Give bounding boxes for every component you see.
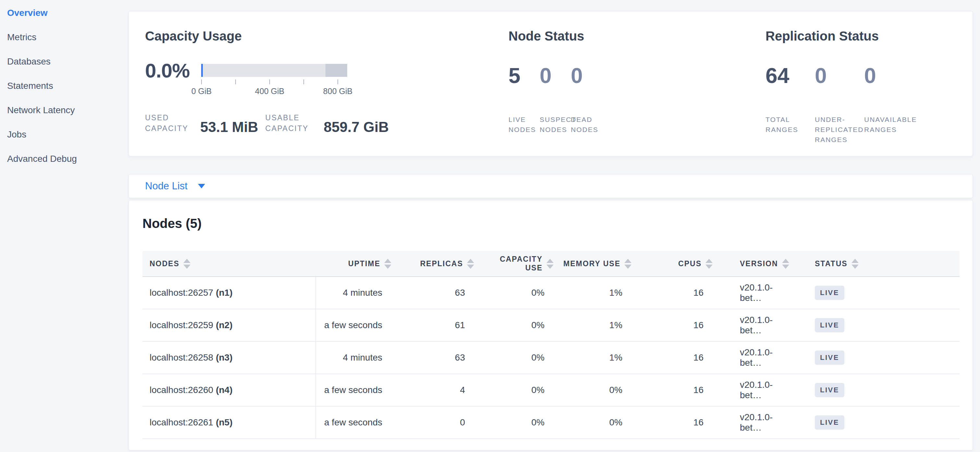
sidebar-item-statements[interactable]: Statements bbox=[0, 74, 129, 98]
cell-status: LIVE bbox=[793, 374, 845, 406]
sort-icon[interactable] bbox=[782, 259, 789, 269]
dead-nodes-label: DEAD NODES bbox=[571, 114, 602, 135]
table-row: localhost:26258(n3)4 minutes630%1%16v20.… bbox=[142, 342, 959, 374]
sort-icon[interactable] bbox=[705, 259, 713, 269]
column-header-capacity-use[interactable]: CAPACITY USE bbox=[480, 251, 560, 276]
gauge-tick-label: 800 GiB bbox=[323, 87, 352, 96]
unavailable-ranges-count: 0 bbox=[864, 63, 913, 89]
node-host-link[interactable]: localhost:26261(n5) bbox=[142, 407, 316, 438]
cluster-summary-card: Capacity Usage 0.0% 0 GiB 400 GiB 800 Gi… bbox=[129, 11, 973, 156]
sidebar-item-advanced-debug[interactable]: Advanced Debug bbox=[0, 147, 129, 171]
under-replicated-ranges-stat: 0 UNDER-REPLICATED RANGES bbox=[815, 63, 864, 144]
usable-capacity-label: USABLE CAPACITY bbox=[266, 113, 317, 134]
column-header-version[interactable]: VERSION bbox=[718, 251, 793, 276]
dead-nodes-stat: 0 DEAD NODES bbox=[571, 63, 602, 135]
sidebar: Overview Metrics Databases Statements Ne… bbox=[0, 0, 129, 452]
view-selector-card: Node List bbox=[129, 174, 973, 198]
suspect-nodes-count: 0 bbox=[540, 63, 571, 89]
cell-status: LIVE bbox=[793, 309, 845, 341]
node-host-link[interactable]: localhost:26257(n1) bbox=[142, 277, 316, 309]
cell-memory-use: 0% bbox=[560, 407, 637, 438]
column-header-replicas[interactable]: REPLICAS bbox=[397, 251, 480, 276]
node-status-title: Node Status bbox=[509, 28, 758, 44]
nodes-heading: Nodes (5) bbox=[142, 216, 959, 231]
node-address: localhost:26258 bbox=[150, 352, 213, 363]
sidebar-item-jobs[interactable]: Jobs bbox=[0, 122, 129, 147]
cell-memory-use: 1% bbox=[560, 309, 637, 341]
cell-uptime: a few seconds bbox=[316, 407, 397, 438]
capacity-gauge-highlight bbox=[326, 64, 348, 77]
sidebar-item-label: Jobs bbox=[7, 129, 26, 140]
under-replicated-ranges-label: UNDER-REPLICATED RANGES bbox=[815, 114, 864, 144]
cell-capacity-use: 0% bbox=[480, 342, 560, 374]
capacity-usage-title: Capacity Usage bbox=[145, 28, 502, 44]
cell-replicas: 4 bbox=[397, 374, 480, 406]
node-id: (n4) bbox=[216, 385, 232, 395]
cell-version: v20.1.0-bet… bbox=[718, 309, 793, 341]
used-capacity-label: USED CAPACITY bbox=[145, 113, 194, 134]
table-row: localhost:26261(n5)a few seconds00%0%16v… bbox=[142, 407, 959, 439]
cell-status: LIVE bbox=[793, 407, 845, 438]
total-ranges-label: TOTAL RANGES bbox=[765, 114, 815, 135]
chevron-down-icon[interactable] bbox=[198, 184, 205, 189]
cell-memory-use: 1% bbox=[560, 342, 637, 374]
node-address: localhost:26261 bbox=[150, 417, 213, 428]
sort-icon[interactable] bbox=[467, 259, 474, 269]
status-badge: LIVE bbox=[815, 285, 844, 300]
sidebar-item-label: Network Latency bbox=[7, 105, 75, 116]
cell-version: v20.1.0-bet… bbox=[718, 374, 793, 406]
sort-icon[interactable] bbox=[384, 259, 391, 269]
total-ranges-stat: 64 TOTAL RANGES bbox=[765, 63, 815, 144]
gauge-tick-label: 0 GiB bbox=[191, 87, 212, 96]
sidebar-item-databases[interactable]: Databases bbox=[0, 49, 129, 74]
cell-cpus: 16 bbox=[637, 309, 718, 341]
capacity-usage-section: Capacity Usage 0.0% 0 GiB 400 GiB 800 Gi… bbox=[129, 11, 502, 156]
nodes-table-header: NODESUPTIMEREPLICASCAPACITY USEMEMORY US… bbox=[142, 251, 959, 277]
sidebar-item-metrics[interactable]: Metrics bbox=[0, 25, 129, 49]
node-host-link[interactable]: localhost:26258(n3) bbox=[142, 342, 316, 374]
node-host-link[interactable]: localhost:26259(n2) bbox=[142, 309, 316, 341]
sidebar-item-label: Advanced Debug bbox=[7, 154, 77, 164]
capacity-gauge: 0 GiB 400 GiB 800 GiB bbox=[201, 64, 347, 77]
row-filler bbox=[845, 407, 959, 438]
column-header-uptime[interactable]: UPTIME bbox=[316, 251, 397, 276]
cell-memory-use: 1% bbox=[560, 277, 637, 309]
cell-capacity-use: 0% bbox=[480, 277, 560, 309]
cell-uptime: 4 minutes bbox=[316, 342, 397, 374]
column-header-label: UPTIME bbox=[348, 259, 380, 268]
sort-icon[interactable] bbox=[624, 259, 632, 269]
sort-icon[interactable] bbox=[183, 259, 191, 269]
column-header-label: NODES bbox=[150, 259, 180, 268]
node-address: localhost:26260 bbox=[150, 385, 213, 395]
node-list-dropdown[interactable]: Node List bbox=[145, 180, 188, 192]
sidebar-item-label: Overview bbox=[7, 8, 48, 18]
column-header-label: VERSION bbox=[740, 259, 778, 268]
node-id: (n3) bbox=[216, 352, 232, 363]
column-header-label: REPLICAS bbox=[420, 259, 463, 268]
nodes-table-body: localhost:26257(n1)4 minutes630%1%16v20.… bbox=[142, 277, 959, 439]
sort-icon[interactable] bbox=[851, 259, 859, 269]
column-header-status[interactable]: STATUS bbox=[793, 251, 845, 276]
gauge-tick bbox=[235, 79, 236, 84]
cell-cpus: 16 bbox=[637, 407, 718, 438]
dead-nodes-count: 0 bbox=[571, 63, 602, 89]
table-row: localhost:26259(n2)a few seconds610%1%16… bbox=[142, 309, 959, 342]
sidebar-item-network-latency[interactable]: Network Latency bbox=[0, 98, 129, 122]
row-filler bbox=[845, 342, 959, 374]
cell-cpus: 16 bbox=[637, 277, 718, 309]
column-header-nodes[interactable]: NODES bbox=[142, 251, 316, 276]
sidebar-item-overview[interactable]: Overview bbox=[0, 1, 129, 25]
node-host-link[interactable]: localhost:26260(n4) bbox=[142, 374, 316, 406]
sidebar-item-label: Statements bbox=[7, 81, 53, 91]
sort-icon[interactable] bbox=[546, 259, 554, 269]
status-badge: LIVE bbox=[815, 350, 844, 365]
cell-status: LIVE bbox=[793, 277, 845, 309]
cell-version: v20.1.0-bet… bbox=[718, 342, 793, 374]
column-header-cpus[interactable]: CPUS bbox=[637, 251, 718, 276]
cell-memory-use: 0% bbox=[560, 374, 637, 406]
usable-capacity-value: 859.7 GiB bbox=[324, 119, 389, 135]
live-nodes-label: LIVE NODES bbox=[509, 114, 540, 135]
column-header-memory-use[interactable]: MEMORY USE bbox=[560, 251, 637, 276]
row-filler bbox=[845, 309, 959, 341]
node-id: (n1) bbox=[216, 288, 232, 298]
